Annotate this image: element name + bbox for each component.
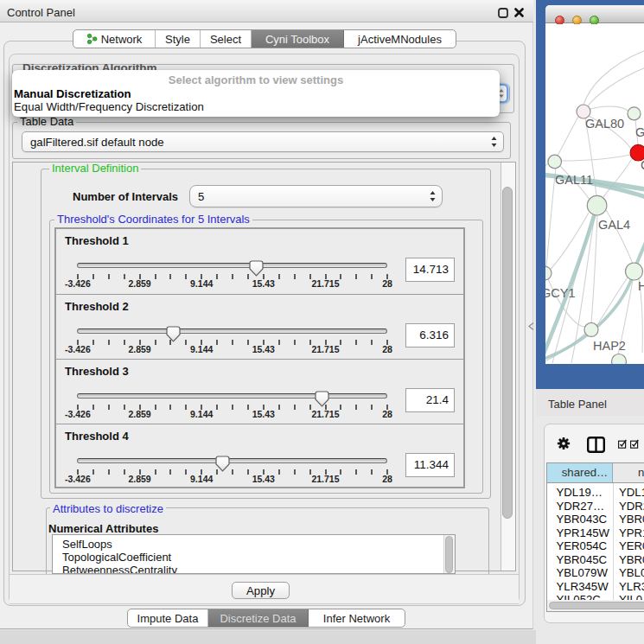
svg-text:HAP2: HAP2: [593, 339, 626, 353]
svg-text:GAL4: GAL4: [598, 218, 630, 232]
svg-text:C: C: [641, 158, 644, 172]
svg-text:GAL11: GAL11: [555, 173, 593, 187]
svg-text:GA: GA: [635, 125, 644, 139]
svg-text:GAL80: GAL80: [585, 117, 624, 131]
svg-text:H: H: [638, 279, 644, 293]
svg-text:GCY1: GCY1: [545, 286, 576, 300]
